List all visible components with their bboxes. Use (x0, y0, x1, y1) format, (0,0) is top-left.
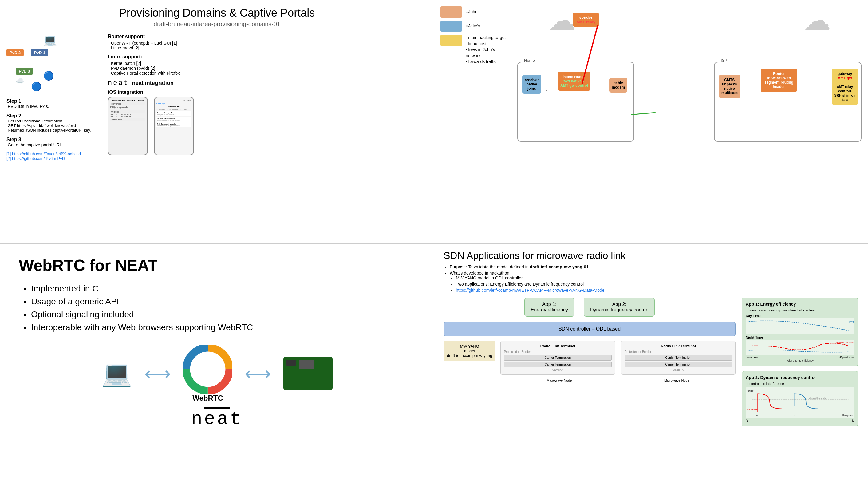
laptop-container: 💻 (101, 361, 132, 386)
linux-support-item1: PvD daemon (pvdd) [2] (111, 66, 428, 71)
green-arrow (631, 112, 656, 115)
mw-yang-row: MW YANG model draft-ietf-ccamp-mw-yang R… (443, 341, 736, 382)
tl-subtitle: draft-bruneau-intarea-provisioning-domai… (6, 21, 428, 28)
f1-label: f1 (746, 419, 748, 422)
bl-bullet-0: Implemented in C (31, 284, 415, 294)
snir-svg: SNIR Frequency detect.threshold f1 f2 (746, 387, 855, 418)
app2-label: App 2:Dynamic frequency control (590, 302, 648, 313)
cloud-left: ☁ (548, 6, 576, 34)
br-sub-link: https://github.com/ietf-ccamp-mw/IETF-CC… (456, 288, 859, 293)
step1-block: Step 1: PVD IDs in IPv6 RAs. (6, 98, 99, 109)
main-grid: Provisioning Domains & Captive Portals d… (0, 0, 868, 487)
app2-box: App 2:Dynamic frequency control (584, 298, 655, 317)
legend-target: =main hacking target- linux host- lives … (440, 35, 508, 65)
bl-bullet-2: Optional signaling included (31, 310, 415, 319)
sdn-controller-box: SDN controller – ODL based (443, 322, 736, 336)
pvd2-box: PvD 2 (6, 49, 24, 56)
linux-support-item0: Kernel patch [2] (111, 61, 428, 66)
time-labels: Peak time Off-peak time (746, 356, 855, 359)
legend-johns: =John's (440, 6, 508, 18)
ref1-link[interactable]: [1] https://github.com/Oryon/ietf99-odhc… (6, 152, 81, 156)
router-support-section: Router support: OpenWRT (odhcpd) + Luci … (108, 34, 428, 51)
pvd3-box: PvD 3 (16, 68, 33, 75)
mw-node-1: Microwave Node (547, 378, 572, 382)
legend-box-yellow (440, 35, 462, 46)
linux-support-title: Linux support: (108, 54, 428, 60)
router-icon-1: 🔵 (43, 71, 54, 81)
cloud-right: ☁ (803, 6, 831, 34)
sdn-right: App 1: Energy efficiency to save power c… (742, 298, 859, 426)
sdn-left: App 1:Energy efficiency App 2:Dynamic fr… (443, 298, 736, 426)
router-icon-2: 🔵 (31, 82, 42, 92)
isp-label: ISP (719, 58, 729, 63)
rpi-chip2 (299, 360, 314, 369)
rpi-chip1 (286, 360, 296, 366)
laptop-icon: 💻 (43, 34, 57, 47)
off-peak-label: Off-peak time (838, 356, 855, 359)
mw-node-2: Microwave Node (664, 378, 689, 382)
br-sub-apps: Two applications: Energy Efficiency and … (456, 282, 859, 286)
carrier4: Carrier Termination (625, 362, 732, 367)
neat-integration-row: neat neat integration (108, 79, 428, 87)
neat-logo: neat (108, 79, 129, 87)
step3-block: Step 3: Go to the captive portal URI (6, 137, 99, 147)
rt1-title: Radio Link Terminal (504, 344, 611, 348)
cloud-icon: ☁️ (16, 77, 24, 85)
freq-labels-row: f1 f2 (746, 419, 855, 422)
step3-text: Go to the captive portal URI (8, 142, 99, 147)
app1-box: App 1:Energy efficiency (524, 298, 575, 317)
rpi-container (283, 357, 333, 391)
step2-title: Step 2: (6, 113, 99, 119)
linux-support-item2: Captive Portal detection with Firefox (111, 71, 428, 75)
legend-text-blue: =Jake's (466, 23, 480, 29)
br-bullets: Purpose: To validate the model defined i… (450, 265, 859, 293)
cable-modem-box: cablemodem (609, 78, 627, 93)
app-boxes: App 1:Energy efficiency App 2:Dynamic fr… (443, 298, 736, 317)
step2-text: Get PvD Additional Information. GET http… (8, 119, 99, 132)
phone-mocks: Networks PvD for smart people IDENTIFIED… (108, 97, 428, 155)
ref2-link[interactable]: [2] https://github.com/IPv6-mPvD (6, 156, 65, 161)
mw-yang-box: MW YANG model draft-ietf-ccamp-mw-yang (443, 341, 495, 361)
svg-text:Power consumption: Power consumption (836, 341, 855, 344)
ref2[interactable]: [2] https://github.com/IPv6-mPvD (6, 156, 99, 161)
bl-bullet-3: Interoperable with any Web browsers supp… (31, 323, 415, 332)
legend-jakes: =Jake's (440, 21, 508, 32)
svg-point-4 (195, 357, 220, 382)
neat-integration-label: neat integration (132, 80, 174, 86)
app1-label: App 1:Energy efficiency (531, 302, 568, 313)
legend-text-yellow: =main hacking target- linux host- lives … (466, 35, 508, 65)
tl-left-col: 💻 PvD 2 PvD 1 PvD 3 🔵 🔵 ☁️ Step 1: PVD I… (6, 34, 99, 161)
energy-efficiency-label: With energy efficiency (746, 359, 855, 362)
br-bullet-hackathon: What's developed in hackathon: MW YANG m… (450, 271, 859, 293)
step1-text: PVD IDs in IPv6 RAs. (8, 104, 99, 109)
phone-mock-1: Networks PvD for smart people IDENTIFIED… (108, 97, 148, 155)
svg-text:Traffic: Traffic (848, 321, 855, 324)
carrier2: Carrier Termination (504, 362, 611, 367)
br-bullet-purpose: Purpose: To validate the model defined i… (450, 265, 859, 269)
peak-time-label: Peak time (746, 356, 758, 359)
br-sub-yang: MW YANG model in ODL controller (456, 275, 859, 280)
rpi-board (283, 357, 333, 391)
rpi-gpio (310, 386, 330, 387)
svg-text:f1: f1 (756, 414, 758, 417)
cmts-box: CMTSunpacksnativemulticast (719, 75, 740, 98)
br-link[interactable]: https://github.com/ietf-ccamp-mw/IETF-CC… (456, 288, 606, 293)
linux-support-section: Linux support: Kernel patch [2] PvD daem… (108, 54, 428, 75)
bottom-left-panel: WebRTC for NEAT Implemented in C Usage o… (0, 243, 434, 487)
arrow-right-1: ⟷ (145, 363, 171, 384)
isp-border: ISP CMTSunpacksnativemulticast Routerfor… (714, 62, 862, 142)
day-time-label: Day Time (746, 314, 855, 317)
arrow-right-2: ⟷ (245, 363, 271, 384)
sdn-controller-label: SDN controller – ODL based (558, 326, 621, 331)
home-border: Home receivernativejoins home routerfwd … (517, 62, 634, 142)
tl-right-col: Router support: OpenWRT (odhcpd) + Luci … (108, 34, 428, 161)
app1-chart-title: App 1: Energy efficiency (746, 302, 855, 307)
ref1[interactable]: [1] https://github.com/Oryon/ietf99-odhc… (6, 152, 99, 156)
rt2-box: Radio Link Terminal Protected or Border … (621, 341, 736, 375)
home-label: Home (522, 58, 537, 63)
legend-box-blue (440, 21, 462, 32)
network-diagram: ☁ ☁ senderAMT relay Home receivernativej… (517, 6, 862, 148)
router-support-item1: Linux radvd [2] (111, 45, 428, 51)
legend-text-orange: =John's (466, 9, 480, 15)
radio-terminals: Radio Link Terminal Protected or Border … (500, 341, 736, 375)
